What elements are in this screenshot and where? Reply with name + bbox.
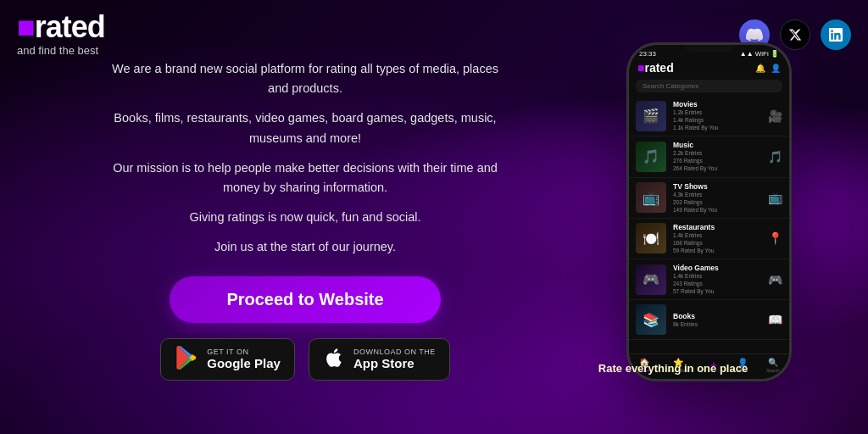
main-content: We are a brand new social platform for r… xyxy=(110,59,500,381)
phone-bell-icon: 🔔 xyxy=(755,64,765,73)
phone-search-bar: Search Categories xyxy=(636,80,782,92)
google-play-icon xyxy=(175,346,198,373)
tv-title: TV Shows xyxy=(673,182,761,191)
movies-thumb: 🎬 xyxy=(636,101,666,131)
phone-avatar: 👤 xyxy=(771,64,781,73)
desc5: Join us at the start of our journey. xyxy=(110,237,500,257)
linkedin-icon[interactable] xyxy=(821,19,851,50)
phone-logo: ■rated xyxy=(637,61,674,75)
google-play-big: Google Play xyxy=(207,356,281,370)
phone-screen: 23:33 ▲▲ WiFi 🔋 ■rated 🔔 👤 Search Catego… xyxy=(629,45,789,379)
desc1: We are a brand new social platform for r… xyxy=(110,59,500,98)
movies-info: Movies 1.2k Entries1.4k Ratings1.1k Rate… xyxy=(673,100,761,131)
desc4: Giving ratings is now quick, fun and soc… xyxy=(110,208,500,227)
books-info: Books 8k Entries xyxy=(673,312,761,328)
list-item: 🎬 Movies 1.2k Entries1.4k Ratings1.1k Ra… xyxy=(629,96,789,136)
phone-caption: Rate everything in one place xyxy=(580,362,766,375)
logo-dot: ■ xyxy=(17,9,35,44)
music-thumb: 🎵 xyxy=(636,142,666,172)
app-store-button[interactable]: Download on the App Store xyxy=(309,338,450,381)
books-stats: 8k Entries xyxy=(673,320,761,328)
restaurant-title: Restaurants xyxy=(673,223,761,231)
nav-search-label: Search xyxy=(766,368,780,373)
games-thumb: 🎮 xyxy=(636,264,666,295)
apple-icon xyxy=(323,347,345,372)
nav-search: 🔍 Search xyxy=(766,358,780,374)
desc3: Our mission is to help people make bette… xyxy=(110,159,500,198)
music-icon: 🎵 xyxy=(768,150,782,164)
music-stats: 2.2k Entries276 Ratings264 Rated By You xyxy=(673,149,761,172)
logo-area: ■rated and find the best xyxy=(17,12,105,57)
music-title: Music xyxy=(673,141,761,149)
phone-notch xyxy=(684,45,735,52)
phone-frame: 23:33 ▲▲ WiFi 🔋 ■rated 🔔 👤 Search Catego… xyxy=(626,42,792,381)
app-store-text: Download on the App Store xyxy=(353,348,436,370)
phone-mockup: 23:33 ▲▲ WiFi 🔋 ■rated 🔔 👤 Search Catego… xyxy=(626,42,792,381)
restaurant-info: Restaurants 1.4k Entries168 Ratings59 Ra… xyxy=(673,223,761,254)
restaurant-thumb: 🍽️ xyxy=(636,223,666,253)
books-thumb: 📚 xyxy=(636,304,666,335)
tv-icon: 📺 xyxy=(768,191,782,204)
logo-title: ■rated xyxy=(17,12,105,42)
list-item: 🎵 Music 2.2k Entries276 Ratings264 Rated… xyxy=(629,136,789,177)
google-play-small: GET IT ON xyxy=(207,348,281,356)
phone-app-header: ■rated 🔔 👤 xyxy=(629,59,789,78)
phone-time: 23:33 xyxy=(639,50,656,58)
books-icon: 📖 xyxy=(768,313,782,326)
app-store-small: Download on the xyxy=(353,348,436,356)
movies-title: Movies xyxy=(673,100,761,108)
list-item: 📚 Books 8k Entries 📖 xyxy=(629,300,789,340)
tv-thumb: 📺 xyxy=(636,182,666,213)
books-title: Books xyxy=(673,312,761,320)
list-item: 🍽️ Restaurants 1.4k Entries168 Ratings59… xyxy=(629,219,789,259)
games-title: Video Games xyxy=(673,264,761,272)
logo-subtitle: and find the best xyxy=(17,44,105,57)
search-icon: 🔍 xyxy=(768,358,778,367)
movies-stats: 1.2k Entries1.4k Ratings1.1k Rated By Yo… xyxy=(673,108,761,131)
games-icon: 🎮 xyxy=(768,273,782,287)
proceed-button[interactable]: Proceed to Website xyxy=(170,276,441,323)
games-info: Video Games 1.4k Entries243 Ratings57 Ra… xyxy=(673,264,761,295)
tv-stats: 4.3k Entries202 Ratings149 Rated By You xyxy=(673,191,761,214)
google-play-text: GET IT ON Google Play xyxy=(207,348,281,370)
music-info: Music 2.2k Entries276 Ratings264 Rated B… xyxy=(673,141,761,172)
google-play-button[interactable]: GET IT ON Google Play xyxy=(160,338,295,381)
restaurant-stats: 1.4k Entries168 Ratings59 Rated By You xyxy=(673,231,761,254)
movies-icon: 🎥 xyxy=(768,109,782,123)
phone-header-icons: 🔔 👤 xyxy=(755,64,781,73)
desc2: Books, films, restaurants, video games, … xyxy=(110,108,500,147)
restaurant-icon: 📍 xyxy=(768,231,782,245)
list-item: 📺 TV Shows 4.3k Entries202 Ratings149 Ra… xyxy=(629,178,789,219)
list-item: 🎮 Video Games 1.4k Entries243 Ratings57 … xyxy=(629,259,789,300)
store-buttons: GET IT ON Google Play Download on the Ap… xyxy=(110,338,500,381)
app-store-big: App Store xyxy=(353,356,436,370)
games-stats: 1.4k Entries243 Ratings57 Rated By You xyxy=(673,272,761,295)
phone-list: 🎬 Movies 1.2k Entries1.4k Ratings1.1k Ra… xyxy=(629,96,789,340)
phone-signal: ▲▲ WiFi 🔋 xyxy=(740,50,779,58)
tv-info: TV Shows 4.3k Entries202 Ratings149 Rate… xyxy=(673,182,761,214)
